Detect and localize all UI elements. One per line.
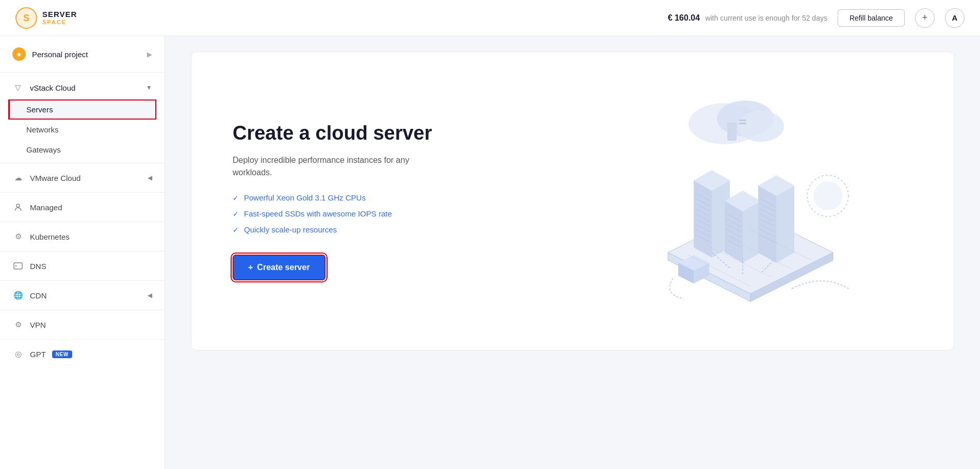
body: ★ Personal project ▶ ▽ vStack Cloud ▼ Se…: [0, 36, 980, 469]
svg-point-54: [813, 181, 842, 210]
vstack-cloud-section: ▽ vStack Cloud ▼ Servers Networks Gatewa…: [0, 72, 165, 163]
cdn-item[interactable]: 🌐 CDN ◀: [0, 284, 165, 307]
gpt-item[interactable]: ◎ GPT NEW: [0, 343, 165, 365]
vpn-label: VPN: [30, 321, 46, 329]
managed-item[interactable]: Managed: [0, 196, 165, 219]
dns-item[interactable]: DNS: [0, 255, 165, 277]
vstack-cloud-icon: ▽: [12, 82, 24, 93]
vpn-icon: ⚙: [12, 319, 24, 330]
cdn-label: CDN: [30, 291, 47, 300]
sidebar: ★ Personal project ▶ ▽ vStack Cloud ▼ Se…: [0, 36, 165, 469]
svg-marker-38: [776, 186, 794, 263]
sidebar-item-servers[interactable]: Servers: [8, 99, 156, 120]
svg-marker-16: [694, 180, 712, 258]
svg-rect-4: [14, 263, 22, 269]
checkmark-icon-2: ✓: [233, 210, 239, 218]
svg-rect-10: [739, 120, 746, 121]
card-description: Deploy incredible performance instances …: [233, 154, 449, 179]
feature-item-1: ✓ Powerful Xeon Gold 3.1 GHz CPUs: [233, 193, 557, 202]
vmware-cloud-chevron-icon: ◀: [148, 174, 152, 181]
managed-section: Managed: [0, 192, 165, 222]
cdn-section: 🌐 CDN ◀: [0, 280, 165, 310]
kubernetes-item[interactable]: ⚙ Kubernetes: [0, 225, 165, 248]
gpt-section: ◎ GPT NEW: [0, 339, 165, 368]
checkmark-icon-1: ✓: [233, 194, 239, 202]
main-content: Create a cloud server Deploy incredible …: [165, 36, 980, 469]
sidebar-project[interactable]: ★ Personal project ▶: [0, 36, 165, 72]
vmware-cloud-item[interactable]: ☁ VMware Cloud ◀: [0, 166, 165, 189]
sidebar-item-gateways[interactable]: Gateways: [0, 140, 165, 160]
create-server-label: Create server: [257, 263, 309, 272]
vmware-cloud-label: VMware Cloud: [30, 174, 80, 182]
vstack-cloud-header[interactable]: ▽ vStack Cloud ▼: [0, 76, 165, 99]
vstack-cloud-label: vStack Cloud: [30, 83, 75, 92]
feature-text-1: Powerful Xeon Gold 3.1 GHz CPUs: [244, 193, 366, 202]
add-button[interactable]: +: [915, 8, 935, 28]
svg-marker-28: [725, 201, 743, 263]
logo: S SERVER SPACE: [15, 7, 77, 29]
kubernetes-icon: ⚙: [12, 231, 24, 242]
svg-marker-37: [758, 186, 776, 263]
feature-text-3: Quickly scale-up resources: [244, 225, 337, 234]
card-content: Create a cloud server Deploy incredible …: [233, 122, 557, 281]
balance-amount: € 160.04: [668, 13, 700, 22]
managed-label: Managed: [30, 203, 62, 212]
balance-display: € 160.04 with current use is enough for …: [668, 13, 827, 23]
sidebar-item-networks[interactable]: Networks: [0, 120, 165, 140]
svg-marker-29: [743, 201, 761, 263]
create-server-plus-icon: +: [248, 263, 253, 272]
features-list: ✓ Powerful Xeon Gold 3.1 GHz CPUs ✓ Fast…: [233, 193, 557, 234]
svg-rect-11: [739, 123, 746, 124]
card-title: Create a cloud server: [233, 122, 557, 145]
feature-item-3: ✓ Quickly scale-up resources: [233, 225, 557, 234]
logo-space-text: SPACE: [42, 19, 77, 25]
create-server-card: Create a cloud server Deploy incredible …: [191, 52, 954, 350]
refill-balance-button[interactable]: Refill balance: [838, 9, 905, 27]
header: S SERVER SPACE € 160.04 with current use…: [0, 0, 980, 36]
balance-suffix: with current use is enough for 52 days: [705, 14, 827, 22]
checkmark-icon-3: ✓: [233, 226, 239, 234]
project-label: Personal project: [32, 50, 88, 59]
project-chevron-right-icon: ▶: [147, 51, 152, 58]
cdn-chevron-icon: ◀: [148, 292, 152, 299]
logo-icon: S: [15, 7, 37, 29]
cdn-icon: 🌐: [12, 290, 24, 301]
svg-rect-9: [727, 123, 737, 141]
feature-item-2: ✓ Fast-speed SSDs with awesome IOPS rate: [233, 209, 557, 218]
cloud-server-illustration: [588, 93, 912, 309]
logo-server-text: SERVER: [42, 10, 77, 19]
gpt-icon: ◎: [12, 348, 24, 360]
dns-section: DNS: [0, 251, 165, 280]
dns-icon: [12, 260, 24, 272]
header-right: € 160.04 with current use is enough for …: [668, 8, 965, 28]
create-server-button[interactable]: + Create server: [233, 255, 325, 280]
kubernetes-section: ⚙ Kubernetes: [0, 222, 165, 251]
feature-text-2: Fast-speed SSDs with awesome IOPS rate: [244, 209, 392, 218]
managed-icon: [12, 202, 24, 213]
svg-point-3: [17, 204, 20, 207]
gpt-new-badge: NEW: [52, 350, 72, 358]
avatar-button[interactable]: A: [945, 8, 965, 28]
gpt-label: GPT: [30, 350, 46, 359]
vpn-section: ⚙ VPN: [0, 310, 165, 339]
vstack-cloud-chevron-down-icon: ▼: [146, 84, 152, 91]
svg-point-8: [738, 111, 784, 142]
vmware-cloud-section: ☁ VMware Cloud ◀: [0, 163, 165, 192]
vmware-cloud-icon: ☁: [12, 172, 24, 183]
kubernetes-label: Kubernetes: [30, 232, 70, 241]
project-icon: ★: [12, 47, 26, 61]
svg-text:S: S: [23, 13, 29, 23]
dns-label: DNS: [30, 262, 46, 271]
vpn-item[interactable]: ⚙ VPN: [0, 313, 165, 336]
